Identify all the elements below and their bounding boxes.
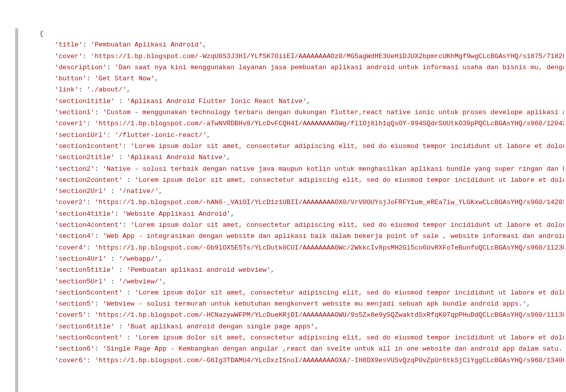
page: { 'title': 'Pembuatan Aplikasi Android',… (0, 0, 566, 392)
code-block[interactable]: { 'title': 'Pembuatan Aplikasi Android',… (39, 28, 564, 392)
editor-gutter (15, 28, 18, 392)
